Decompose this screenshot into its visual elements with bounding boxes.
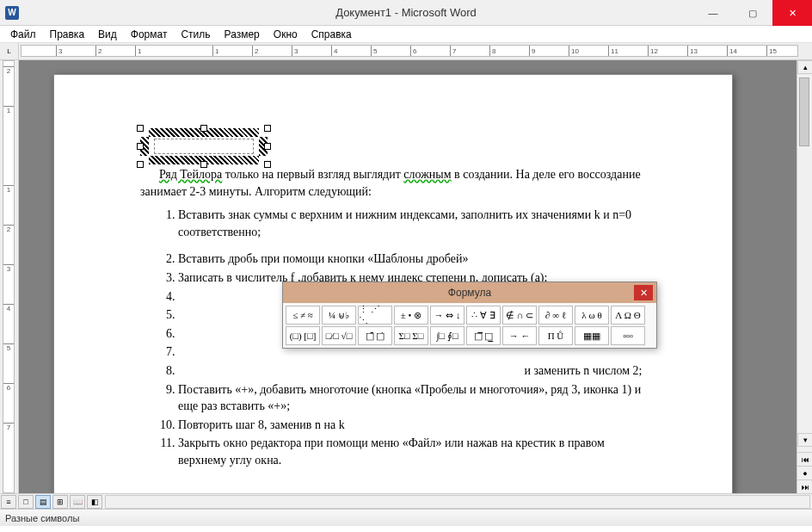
ruler-mark: 4 — [331, 46, 337, 56]
vruler-mark: 6 — [3, 383, 14, 392]
formula-tool-set[interactable]: ∉ ∩ ⊂ — [502, 306, 537, 325]
maximize-button[interactable]: ▢ — [733, 0, 772, 26]
workspace: 2 1 1 2 3 4 5 6 7 — [0, 60, 812, 493]
view-draft-button[interactable]: ◧ — [87, 495, 102, 509]
vruler-mark: 2 — [3, 225, 14, 233]
formula-tool-embellish[interactable]: ⋮ ⋰ ⋱ — [358, 306, 392, 325]
close-button[interactable]: ✕ — [772, 0, 812, 26]
menu-size[interactable]: Размер — [218, 27, 267, 42]
ruler-mark: 12 — [648, 46, 658, 56]
formula-tool-fractions[interactable]: □⁄□ √□ — [322, 326, 356, 345]
view-web-button[interactable]: □ — [18, 495, 34, 509]
menu-bar: Файл Правка Вид Формат Стиль Размер Окно… — [0, 26, 812, 43]
menu-file[interactable]: Файл — [3, 27, 43, 42]
scroll-down-arrow[interactable]: ▾ — [797, 433, 812, 447]
horizontal-ruler-area: L 3 2 1 1 2 3 4 5 6 7 8 9 10 11 12 13 14… — [0, 43, 812, 60]
vruler-mark: 4 — [3, 304, 14, 312]
view-outline-button[interactable]: ⊞ — [52, 495, 68, 509]
equation-field[interactable] — [154, 139, 254, 154]
ruler-mark: 1 — [212, 46, 218, 56]
window-controls: — ▢ ✕ — [693, 0, 812, 25]
formula-tool-integral[interactable]: ∫□ ∮□ — [430, 326, 464, 345]
formula-tool-operators[interactable]: ± • ⊗ — [394, 306, 428, 325]
vruler-mark: 7 — [3, 423, 14, 431]
menu-format[interactable]: Формат — [124, 27, 175, 42]
menu-view[interactable]: Вид — [91, 27, 124, 42]
ruler-mark: 15 — [766, 46, 777, 56]
ruler-mark: 3 — [56, 46, 62, 56]
ruler-mark: 8 — [489, 46, 495, 56]
formula-tool-misc[interactable]: ∂ ∞ ℓ — [538, 306, 573, 325]
formula-tool-summation[interactable]: Σ□ Σ□ — [394, 326, 428, 345]
ruler-mark: 2 — [252, 46, 258, 56]
vruler-mark: 1 — [3, 185, 14, 194]
horizontal-ruler[interactable]: 3 2 1 1 2 3 4 5 6 7 8 9 10 11 12 13 14 1… — [21, 45, 798, 57]
step-item: Поставить «+», добавить многоточие (кноп… — [178, 381, 646, 415]
formula-tool-greek-upper[interactable]: Λ Ω Θ — [611, 306, 645, 325]
next-page-button[interactable]: ⏭ — [797, 479, 812, 493]
formula-tool-greek-lower[interactable]: λ ω θ — [575, 306, 609, 325]
horizontal-scrollbar[interactable] — [105, 495, 810, 509]
view-normal-button[interactable]: ≡ — [1, 495, 16, 509]
ruler-corner: L — [0, 43, 19, 59]
vruler-mark: 5 — [3, 343, 14, 352]
formula-tool-overbar[interactable]: □̅ □̲ — [466, 326, 501, 345]
scroll-up-arrow[interactable]: ▴ — [797, 60, 812, 74]
status-text: Разные символы — [5, 513, 79, 523]
scroll-thumb[interactable] — [799, 77, 809, 146]
formula-tool-subsuper[interactable]: □̄ □̇ — [358, 326, 392, 345]
view-print-button[interactable]: ▤ — [35, 495, 51, 509]
formula-tool-boxes[interactable]: ▫▫▫ — [611, 326, 645, 345]
formula-tool-spaces[interactable]: ¼ ⊌♭ — [322, 306, 356, 325]
formula-tool-matrix[interactable]: ▦▦ — [575, 326, 609, 345]
step-item: и заменить n числом 2; — [178, 362, 646, 380]
step-item: Закрыть окно редактора при помощи меню «… — [178, 435, 646, 468]
ruler-mark: 5 — [371, 46, 377, 56]
formula-title: Формула — [448, 287, 491, 299]
vruler-mark: 1 — [3, 106, 14, 114]
ruler-mark: 13 — [687, 46, 698, 56]
menu-window[interactable]: Окно — [267, 27, 304, 42]
vertical-ruler[interactable]: 2 1 1 2 3 4 5 6 7 — [0, 60, 19, 493]
intro-sq: сложным — [403, 168, 451, 181]
ruler-mark: 11 — [608, 46, 618, 56]
app-icon: W — [5, 6, 19, 20]
minimize-button[interactable]: — — [693, 0, 733, 26]
ruler-mark: 6 — [410, 46, 416, 56]
vruler-mark: 2 — [3, 66, 14, 75]
step-item: Вставить дробь при помощи кнопки «Шаблон… — [178, 251, 646, 268]
intro-mid: только на первый взгляд выглядит — [222, 168, 403, 181]
formula-tool-arrows[interactable]: → ⇔ ↓ — [430, 306, 464, 325]
ruler-mark: 1 — [135, 46, 141, 56]
formula-tool-relations[interactable]: ≤ ≠ ≈ — [286, 306, 320, 325]
equation-object[interactable] — [140, 128, 268, 164]
menu-help[interactable]: Справка — [304, 27, 359, 42]
formula-tool-fences[interactable]: (□) [□] — [286, 326, 320, 345]
formula-close-button[interactable]: ✕ — [634, 285, 653, 300]
menu-style[interactable]: Стиль — [174, 27, 217, 42]
ruler-mark: 2 — [95, 46, 102, 56]
vruler-mark: 3 — [3, 264, 14, 273]
prev-page-button[interactable]: ⏮ — [797, 452, 812, 466]
window-title: Документ1 - Microsoft Word — [335, 6, 477, 19]
formula-tool-logical[interactable]: ∴ ∀ ∃ — [466, 306, 501, 325]
browse-object-button[interactable]: ● — [797, 466, 812, 479]
ruler-mark: 9 — [529, 46, 535, 56]
title-bar: W Документ1 - Microsoft Word — ▢ ✕ — [0, 0, 812, 26]
menu-edit[interactable]: Правка — [43, 27, 92, 42]
step-item: Вставить знак суммы с верхним и нижним и… — [178, 207, 646, 240]
step-item: Повторить шаг 8, заменив n на k — [178, 417, 646, 434]
ruler-mark: 7 — [450, 46, 456, 56]
formula-tool-labeled-arrow[interactable]: → ← — [502, 326, 537, 345]
ruler-mark: 3 — [292, 46, 298, 56]
ruler-mark: 14 — [727, 46, 737, 56]
formula-window[interactable]: Формула ✕ ≤ ≠ ≈ ¼ ⊌♭ ⋮ ⋰ ⋱ ± • ⊗ → ⇔ ↓ ∴… — [282, 281, 657, 349]
formula-titlebar[interactable]: Формула ✕ — [283, 282, 656, 303]
document-area[interactable]: Ряд Тейлора только на первый взгляд выгл… — [19, 60, 797, 493]
formula-tool-products[interactable]: Π Ů — [538, 326, 573, 345]
vertical-scrollbar[interactable]: ▴ ▾ ⏮ ● ⏭ — [797, 60, 812, 493]
status-bar: Разные символы — [0, 509, 812, 526]
intro-prefix: Ряд Тейлора — [159, 168, 222, 181]
formula-toolbar: ≤ ≠ ≈ ¼ ⊌♭ ⋮ ⋰ ⋱ ± • ⊗ → ⇔ ↓ ∴ ∀ ∃ ∉ ∩ ⊂… — [283, 303, 656, 348]
view-reading-button[interactable]: 📖 — [70, 495, 85, 509]
